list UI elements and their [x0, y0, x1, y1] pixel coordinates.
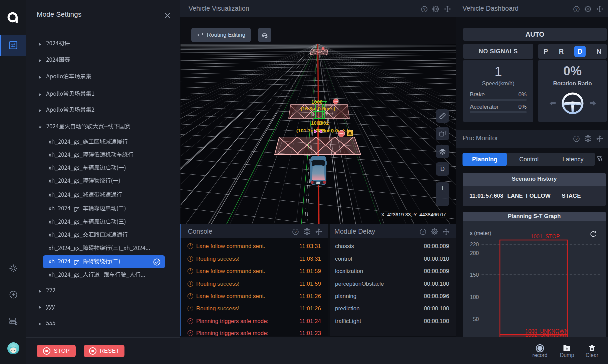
svg-text:1001_STOP: 1001_STOP	[531, 234, 560, 240]
svg-text:?: ?	[423, 7, 425, 11]
svg-text:?: ?	[575, 136, 578, 141]
svg-text:?: ?	[575, 7, 578, 11]
svg-text:150: 150	[470, 272, 479, 278]
svg-text:?: ?	[422, 229, 424, 234]
svg-text:220: 220	[470, 242, 479, 247]
svg-text:?: ?	[294, 229, 297, 234]
svg-text:STOP: STOP	[339, 132, 344, 135]
svg-text:100: 100	[470, 294, 479, 300]
svg-text:50: 50	[473, 316, 479, 322]
svg-text:STOP: STOP	[333, 100, 338, 102]
svg-text:200: 200	[470, 250, 479, 256]
